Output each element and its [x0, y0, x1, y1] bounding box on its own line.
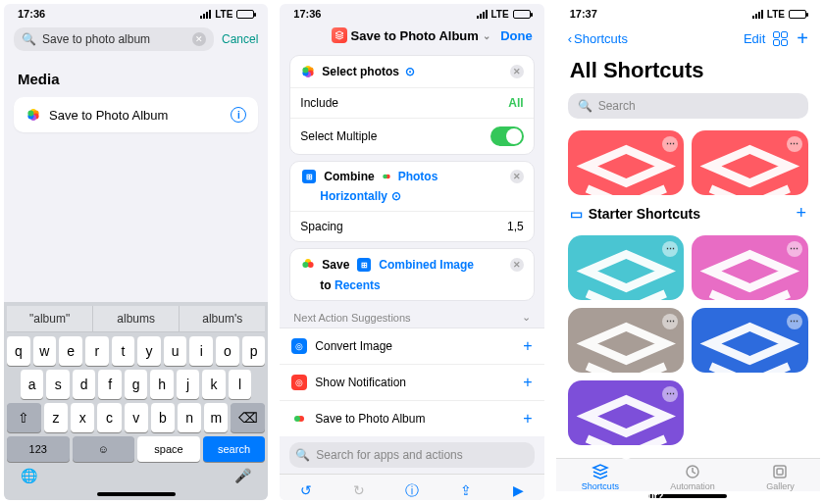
destination-token[interactable]: Recents	[335, 278, 381, 292]
shortcut-tile[interactable]: ⋯Show Screenshots	[568, 308, 685, 373]
key-y[interactable]: y	[137, 336, 161, 366]
variable-token[interactable]: Combined Image	[379, 258, 474, 272]
time: 17:37	[570, 8, 597, 20]
key-k[interactable]: k	[202, 370, 225, 399]
clear-icon[interactable]: ✕	[192, 32, 206, 46]
add-suggestion-button[interactable]: +	[523, 374, 532, 391]
key-v[interactable]: v	[125, 403, 148, 432]
key-j[interactable]: j	[177, 370, 199, 399]
svg-point-5	[27, 111, 33, 117]
key-g[interactable]: g	[125, 370, 147, 399]
key-n[interactable]: n	[178, 403, 201, 432]
emoji-key[interactable]: ☺	[73, 436, 135, 462]
edit-button[interactable]: Edit	[744, 31, 765, 46]
network-label: LTE	[215, 9, 232, 20]
photos-app-icon	[300, 257, 316, 273]
globe-icon[interactable]: 🌐	[21, 468, 37, 483]
key-e[interactable]: e	[59, 336, 82, 366]
key-h[interactable]: h	[150, 370, 173, 399]
variable-token[interactable]: Photos	[398, 170, 438, 183]
space-key[interactable]: space	[137, 436, 200, 462]
suggestion-icon: ◎	[291, 338, 307, 354]
shortcut-tile[interactable]: ⋯	[692, 130, 808, 195]
key-t[interactable]: t	[112, 336, 135, 366]
tab-automation[interactable]: Automation	[670, 463, 715, 491]
mode-token[interactable]: Horizontally	[320, 189, 387, 203]
search-key[interactable]: search	[203, 436, 266, 462]
svg-point-17	[303, 262, 309, 268]
shortcut-tile[interactable]: ⋯	[568, 130, 685, 195]
undo-button[interactable]: ↺	[300, 482, 312, 500]
suggestion-item[interactable]: Save to Photo Album+	[280, 400, 543, 436]
action-result[interactable]: Save to Photo Album i	[14, 97, 258, 132]
add-suggestion-button[interactable]: +	[523, 337, 532, 355]
suggestion-item[interactable]: ◎Show Notification+	[280, 364, 543, 400]
key-m[interactable]: m	[204, 403, 228, 432]
share-button[interactable]: ⇪	[460, 482, 472, 500]
tile-menu-icon[interactable]: ⋯	[787, 136, 802, 152]
key-b[interactable]: b	[151, 403, 175, 432]
shortcut-title[interactable]: Save to Photo Album ⌄	[327, 27, 494, 43]
key-o[interactable]: o	[216, 336, 239, 366]
prediction[interactable]: "album"	[7, 306, 93, 331]
info-button[interactable]: ⓘ	[405, 482, 419, 500]
numeric-key[interactable]: 123	[7, 436, 70, 462]
time: 17:36	[18, 8, 45, 20]
suggestion-item[interactable]: ◎Convert Image+	[280, 328, 543, 364]
key-u[interactable]: u	[164, 336, 187, 366]
chevron-down-icon: ⌄	[522, 311, 531, 324]
remove-action-icon[interactable]: ✕	[510, 170, 524, 183]
prediction[interactable]: album's	[180, 306, 265, 331]
add-shortcut-button[interactable]: +	[797, 27, 808, 50]
suggestions-header[interactable]: Next Action Suggestions ⌄	[280, 301, 543, 328]
bottom-search-input[interactable]: 🔍 Search for apps and actions	[289, 442, 534, 468]
key-c[interactable]: c	[97, 403, 121, 432]
prediction[interactable]: albums	[93, 306, 180, 331]
shortcut-tile[interactable]: ⋯Save to Photo Album	[568, 235, 685, 300]
back-button[interactable]: ‹ Shortcuts	[568, 31, 628, 46]
combine-icon: ⊞	[302, 170, 316, 183]
shortcut-tile[interactable]: ⋯Shazam shortcut	[692, 308, 808, 373]
key-q[interactable]: q	[7, 336, 30, 366]
disclosure-icon[interactable]: ⊙	[391, 189, 401, 203]
tile-menu-icon[interactable]: ⋯	[787, 314, 802, 329]
run-button[interactable]: ▶	[513, 482, 524, 500]
toggle-switch[interactable]	[490, 126, 524, 146]
info-icon[interactable]: i	[231, 107, 246, 123]
remove-action-icon[interactable]: ✕	[510, 65, 524, 78]
home-indicator	[97, 492, 176, 496]
tile-label: Shazam shortcut	[699, 419, 800, 429]
grid-view-icon[interactable]	[773, 31, 789, 47]
spacing-row[interactable]: Spacing 1,5	[290, 211, 533, 241]
key-d[interactable]: d	[73, 370, 95, 399]
key-z[interactable]: z	[44, 403, 68, 432]
disclosure-icon[interactable]: ⊙	[405, 65, 415, 78]
key-i[interactable]: i	[189, 336, 213, 366]
search-input[interactable]: 🔍 Save to photo album ✕	[14, 27, 214, 51]
photos-app-icon	[26, 107, 41, 123]
done-button[interactable]: Done	[500, 28, 533, 43]
key-r[interactable]: r	[85, 336, 109, 366]
shift-key[interactable]: ⇧	[7, 403, 41, 432]
mic-icon[interactable]: 🎤	[234, 468, 251, 483]
redo-button[interactable]: ↻	[353, 482, 365, 500]
shortcut-tile[interactable]: ⋯Make GIF	[692, 235, 808, 300]
key-a[interactable]: a	[21, 370, 43, 399]
cancel-button[interactable]: Cancel	[222, 32, 258, 46]
tile-menu-icon[interactable]: ⋯	[787, 241, 802, 257]
key-s[interactable]: s	[46, 370, 69, 399]
key-p[interactable]: p	[242, 336, 266, 366]
shortcut-tile[interactable]: ⋯What's a shortcut?	[568, 380, 685, 445]
key-x[interactable]: x	[71, 403, 94, 432]
svg-rect-23	[777, 469, 783, 475]
backspace-key[interactable]: ⌫	[231, 403, 265, 432]
include-row[interactable]: Include All	[290, 87, 533, 118]
add-suggestion-button[interactable]: +	[523, 410, 532, 428]
remove-action-icon[interactable]: ✕	[510, 258, 524, 272]
key-f[interactable]: f	[98, 370, 121, 399]
search-input[interactable]: 🔍 Search	[568, 93, 808, 119]
search-icon: 🔍	[22, 32, 36, 46]
key-w[interactable]: w	[33, 336, 57, 366]
key-l[interactable]: l	[229, 370, 251, 399]
tab-gallery[interactable]: Gallery	[766, 463, 795, 491]
